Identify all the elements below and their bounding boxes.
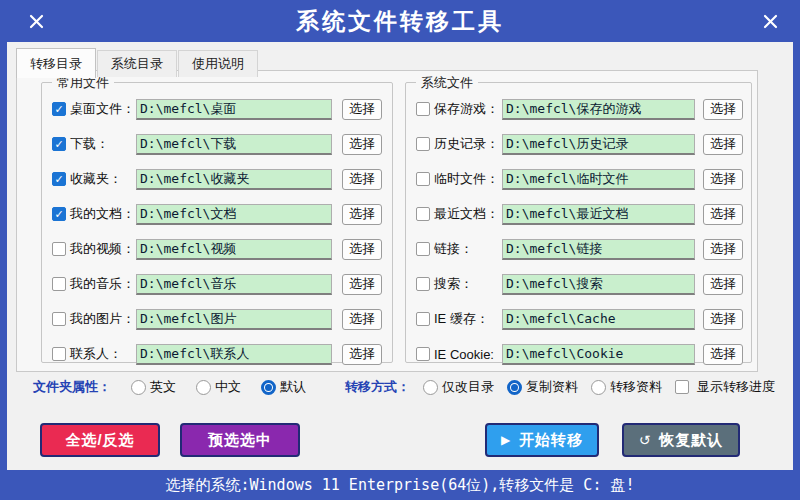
preselect-button[interactable]: 预选选中	[180, 423, 300, 457]
browse-select-button[interactable]: 选择	[703, 169, 743, 190]
directory-label: 我的文档：	[70, 205, 136, 223]
browse-select-button[interactable]: 选择	[342, 309, 382, 330]
close-icon[interactable]	[26, 11, 46, 31]
radio-option[interactable]: 英文	[131, 378, 176, 396]
directory-path-input[interactable]: D:\mefcl\最近文档	[502, 204, 695, 225]
directory-path-input[interactable]: D:\mefcl\收藏夹	[136, 169, 332, 190]
tab-0[interactable]: 转移目录	[16, 48, 96, 78]
undo-icon: ↺	[639, 432, 652, 448]
status-bar: 选择的系统:Windows 11 Enterprise(64位),转移文件是 C…	[0, 470, 800, 500]
directory-checkbox[interactable]	[52, 312, 66, 326]
directory-row: 临时文件： D:\mefcl\临时文件 选择	[416, 168, 743, 190]
group-title: 系统文件	[416, 74, 478, 92]
directory-label: 临时文件：	[434, 170, 502, 188]
directory-path-input[interactable]: D:\mefcl\下载	[136, 134, 332, 155]
directory-checkbox[interactable]	[416, 347, 430, 361]
show-progress-label: 显示转移进度	[697, 378, 775, 396]
browse-select-button[interactable]: 选择	[703, 344, 743, 365]
directory-path-input[interactable]: D:\mefcl\视频	[136, 239, 332, 260]
directory-label: 桌面文件：	[70, 100, 136, 118]
directory-row: 联系人： D:\mefcl\联系人 选择	[52, 343, 384, 365]
action-button-row: 全选/反选 预选选中 ▶ 开始转移 ↺ 恢复默认	[7, 423, 793, 459]
play-icon: ▶	[501, 433, 511, 447]
directory-path-input[interactable]: D:\mefcl\临时文件	[502, 169, 695, 190]
radio-option[interactable]: 仅改目录	[423, 378, 494, 396]
directory-checkbox[interactable]	[416, 102, 430, 116]
directory-path-input[interactable]: D:\mefcl\历史记录	[502, 134, 695, 155]
browse-select-button[interactable]: 选择	[342, 134, 382, 155]
select-all-invert-button[interactable]: 全选/反选	[40, 423, 160, 457]
browse-select-button[interactable]: 选择	[342, 99, 382, 120]
directory-path-input[interactable]: D:\mefcl\音乐	[136, 274, 332, 295]
directory-row: IE 缓存： D:\mefcl\Cache 选择	[416, 308, 743, 330]
browse-select-button[interactable]: 选择	[703, 309, 743, 330]
show-progress-checkbox-item[interactable]: 显示转移进度	[675, 378, 775, 396]
directory-row: 搜索： D:\mefcl\搜索 选择	[416, 273, 743, 295]
directory-row: 收藏夹： D:\mefcl\收藏夹 选择	[52, 168, 384, 190]
browse-select-button[interactable]: 选择	[703, 274, 743, 295]
directory-checkbox[interactable]	[52, 102, 66, 116]
directory-checkbox[interactable]	[52, 347, 66, 361]
directory-label: 我的图片：	[70, 310, 136, 328]
radio-option[interactable]: 转移资料	[591, 378, 662, 396]
window-body: 转移目录系统目录使用说明 常用文件 桌面文件： D:\mefcl\桌面 选择 下…	[7, 42, 793, 470]
directory-checkbox[interactable]	[52, 137, 66, 151]
browse-select-button[interactable]: 选择	[703, 204, 743, 225]
tab-1[interactable]: 系统目录	[97, 50, 177, 77]
directory-checkbox[interactable]	[52, 172, 66, 186]
directory-checkbox[interactable]	[416, 137, 430, 151]
directory-checkbox[interactable]	[416, 277, 430, 291]
directory-row: 历史记录： D:\mefcl\历史记录 选择	[416, 133, 743, 155]
directory-row: 我的文档： D:\mefcl\文档 选择	[52, 203, 384, 225]
directory-checkbox[interactable]	[52, 242, 66, 256]
radio-label: 复制资料	[526, 378, 578, 396]
directory-path-input[interactable]: D:\mefcl\文档	[136, 204, 332, 225]
close-icon[interactable]	[760, 11, 780, 31]
directory-label: IE Cookie:	[434, 347, 502, 362]
browse-select-button[interactable]: 选择	[342, 204, 382, 225]
directory-checkbox[interactable]	[416, 312, 430, 326]
directory-row: IE Cookie: D:\mefcl\Cookie 选择	[416, 343, 743, 365]
radio-label: 英文	[150, 378, 176, 396]
directory-row: 桌面文件： D:\mefcl\桌面 选择	[52, 98, 384, 120]
radio-option[interactable]: 复制资料	[507, 378, 578, 396]
directory-checkbox[interactable]	[52, 207, 66, 221]
browse-select-button[interactable]: 选择	[342, 274, 382, 295]
browse-select-button[interactable]: 选择	[703, 239, 743, 260]
directory-label: IE 缓存：	[434, 310, 502, 328]
radio-option[interactable]: 中文	[196, 378, 241, 396]
restore-defaults-button[interactable]: ↺ 恢复默认	[622, 423, 740, 457]
directory-path-input[interactable]: D:\mefcl\图片	[136, 309, 332, 330]
start-transfer-button[interactable]: ▶ 开始转移	[485, 423, 599, 457]
tab-2[interactable]: 使用说明	[178, 50, 258, 77]
tab-strip: 转移目录系统目录使用说明	[16, 48, 259, 77]
directory-checkbox[interactable]	[416, 242, 430, 256]
directory-path-input[interactable]: D:\mefcl\Cache	[502, 309, 695, 330]
directory-row: 链接： D:\mefcl\链接 选择	[416, 238, 743, 260]
directory-path-input[interactable]: D:\mefcl\搜索	[502, 274, 695, 295]
directory-checkbox[interactable]	[416, 207, 430, 221]
directory-path-input[interactable]: D:\mefcl\链接	[502, 239, 695, 260]
browse-select-button[interactable]: 选择	[703, 134, 743, 155]
directory-row: 下载： D:\mefcl\下载 选择	[52, 133, 384, 155]
directory-checkbox[interactable]	[52, 277, 66, 291]
browse-select-button[interactable]: 选择	[703, 99, 743, 120]
directory-path-input[interactable]: D:\mefcl\桌面	[136, 99, 332, 120]
radio-icon	[423, 380, 438, 395]
browse-select-button[interactable]: 选择	[342, 344, 382, 365]
browse-select-button[interactable]: 选择	[342, 169, 382, 190]
directory-label: 链接：	[434, 240, 502, 258]
show-progress-checkbox[interactable]	[675, 380, 689, 394]
directory-row: 最近文档： D:\mefcl\最近文档 选择	[416, 203, 743, 225]
directory-path-input[interactable]: D:\mefcl\联系人	[136, 344, 332, 365]
directory-checkbox[interactable]	[416, 172, 430, 186]
folder-attribute-label: 文件夹属性：	[33, 378, 111, 396]
directory-row: 保存游戏： D:\mefcl\保存的游戏 选择	[416, 98, 743, 120]
directory-label: 我的视频：	[70, 240, 136, 258]
directory-path-input[interactable]: D:\mefcl\保存的游戏	[502, 99, 695, 120]
directory-path-input[interactable]: D:\mefcl\Cookie	[502, 344, 695, 365]
browse-select-button[interactable]: 选择	[342, 239, 382, 260]
options-row: 文件夹属性： 英文 中文 默认 转移方式： 仅改目录 复制资料 转移资料 显示转…	[7, 378, 793, 404]
radio-option[interactable]: 默认	[261, 378, 306, 396]
radio-icon	[131, 380, 146, 395]
